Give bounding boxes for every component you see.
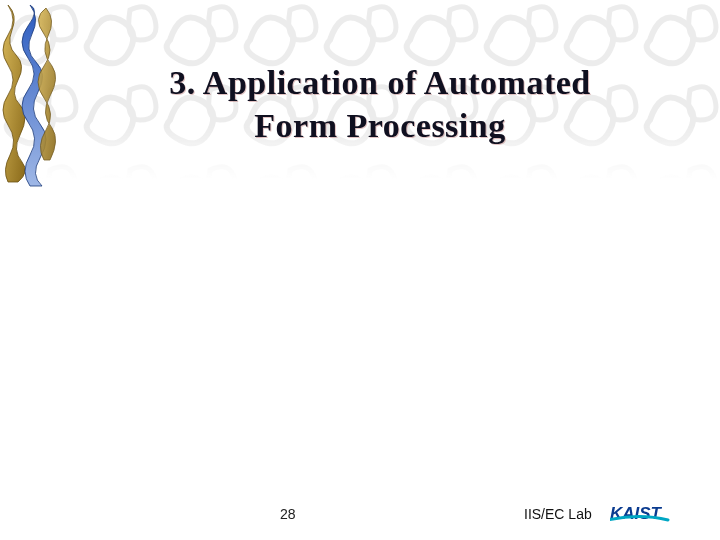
kaist-logo: KAIST <box>610 503 700 525</box>
slide-title: 3. Application of Automated Form Process… <box>100 62 660 147</box>
svg-text:KAIST: KAIST <box>610 504 663 523</box>
page-number: 28 <box>280 506 296 522</box>
lab-label: IIS/EC Lab <box>524 506 592 522</box>
slide-title-line-2: Form Processing <box>100 105 660 148</box>
slide-footer: 28 IIS/EC Lab KAIST <box>0 498 720 522</box>
sidebar-ornament <box>0 0 60 190</box>
slide-title-line-1: 3. Application of Automated <box>100 62 660 105</box>
